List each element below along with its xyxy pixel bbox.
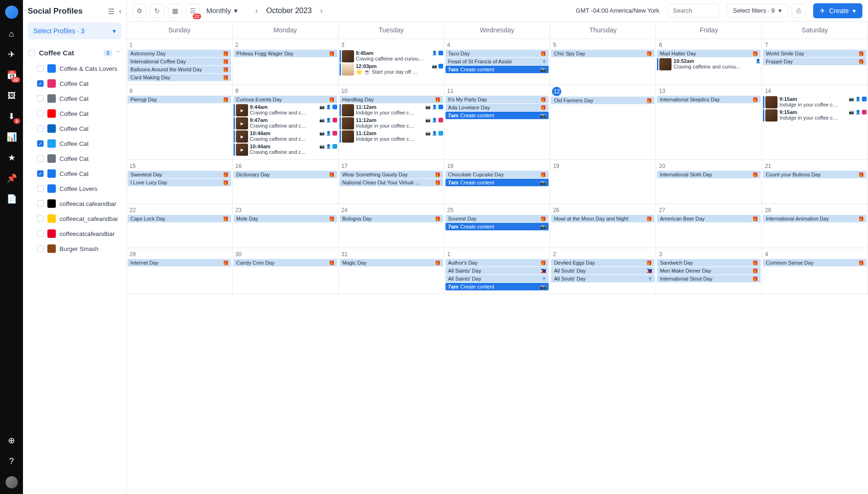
scheduled-post[interactable]: 9:15am📷👤Indulge in your coffee c… (763, 109, 867, 122)
holiday-pill[interactable]: Mole Day🎁 (234, 215, 337, 222)
calendar-cell[interactable]: 1Author's Day🎁All Saints' Day🇵🇭All Saint… (445, 248, 551, 294)
create-content-pill[interactable]: 7amCreate content📷 (445, 283, 549, 290)
inbox-icon[interactable]: ⬇1 (6, 111, 17, 122)
profile-row[interactable]: Coffee & Cats Lovers (28, 61, 121, 76)
holiday-pill[interactable]: International Skeptics Day🎁 (657, 96, 761, 103)
select-profiles-dropdown[interactable]: Select Profiles · 3 ▾ (28, 23, 121, 39)
help-icon[interactable]: ? (6, 456, 17, 467)
home-icon[interactable]: ⌂ (6, 28, 17, 39)
calendar-cell[interactable]: 18Chocolate Cupcake Day🎁7amCreate conten… (445, 160, 551, 204)
calendar-cell[interactable]: 13International Skeptics Day🎁 (656, 85, 762, 160)
refresh-icon[interactable]: ↻ (150, 4, 164, 18)
filter-icon[interactable]: ☰ (108, 7, 114, 16)
view-dropdown[interactable]: Monthly▾ (204, 7, 241, 15)
scheduled-post[interactable]: 11:12am📷👤Indulge in your coffee c… (340, 130, 443, 143)
profile-checkbox[interactable]: ✓ (37, 80, 44, 87)
holiday-pill[interactable]: Magic Day🎁 (340, 259, 443, 266)
calendar-icon[interactable]: 📅22 (6, 69, 17, 81)
search-input[interactable] (668, 4, 719, 17)
calendar-cell[interactable]: 26Howl at the Moon Day and Night🎁 (550, 204, 656, 248)
calendar-cell[interactable]: 149:15am📷👤Indulge in your coffee c…9:15a… (762, 85, 868, 160)
profile-row[interactable]: coffeecat_cafeandbar (28, 212, 121, 226)
calendar-cell[interactable]: 20International Sloth Day🎁 (656, 160, 762, 204)
profile-row[interactable]: coffeecatcafeandbar (28, 227, 121, 241)
profile-row[interactable]: Coffee Cat (28, 106, 121, 121)
create-button[interactable]: ✈Create▾ (813, 3, 862, 18)
send-icon[interactable]: ✈ (6, 49, 17, 60)
holiday-pill[interactable]: International Stout Day🎁 (657, 275, 761, 282)
holiday-pill[interactable]: Sourest Day🎁 (445, 215, 549, 222)
calendar-cell[interactable]: 24Bologna Day🎁 (339, 204, 445, 248)
calendar-cell[interactable]: 30Candy Corn Day🎁 (233, 248, 339, 294)
holiday-pill[interactable]: American Beer Day🎁 (657, 215, 761, 222)
calendar-cell[interactable]: 9Curious Events Day🎁9:44am📷👤Craving caff… (233, 85, 339, 160)
holiday-pill[interactable]: Handbag Day🎁 (340, 96, 443, 103)
user-avatar[interactable] (6, 476, 18, 488)
holiday-pill[interactable]: Chocolate Cupcake Day🎁 (445, 171, 549, 178)
scheduled-post[interactable]: 9:45am👤Craving caffeine and curiou… (340, 50, 443, 62)
profile-row[interactable]: Coffee Lovers (28, 182, 121, 196)
calendar-cell[interactable]: 11It's My Party Day🎁Ada Lovelace Day🎁7am… (445, 85, 551, 160)
profile-checkbox[interactable] (37, 95, 44, 102)
holiday-pill[interactable]: Balloons Around the World Day🎁 (128, 66, 231, 73)
profile-row[interactable]: Coffee Cat (28, 91, 121, 106)
calendar-cell[interactable]: 39:45am👤Craving caffeine and curiou…12:0… (339, 39, 445, 85)
holiday-pill[interactable]: International Sloth Day🎁 (657, 171, 761, 178)
profile-group[interactable]: Coffee Cat 3 ⌃ (28, 46, 121, 60)
holiday-pill[interactable]: It's My Party Day🎁 (445, 96, 549, 103)
calendar-cell[interactable]: 2Deviled Eggs Day🎁All Souls' Day🇵🇭All So… (550, 248, 656, 294)
profile-row[interactable]: Coffee Cat (28, 122, 121, 136)
media-icon[interactable]: 🖼 (6, 90, 17, 101)
calendar-cell[interactable]: 2Phileas Fogg Wager Day🎁 (233, 39, 339, 85)
profile-checkbox[interactable] (37, 200, 44, 207)
calendar-cell[interactable]: 5Chic Spy Day🎁 (550, 39, 656, 85)
holiday-pill[interactable]: All Souls' Day✝ (551, 275, 655, 282)
calendar-cell[interactable]: 27American Beer Day🎁 (656, 204, 762, 248)
holiday-pill[interactable]: Bologna Day🎁 (340, 215, 443, 222)
analytics-icon[interactable]: 📊 (6, 131, 17, 143)
holiday-pill[interactable]: Card Making Day🎁 (128, 74, 231, 81)
calendar-cell[interactable]: 23Mole Day🎁 (233, 204, 339, 248)
next-month-icon[interactable]: › (318, 5, 325, 17)
profile-checkbox[interactable]: ✓ (37, 170, 44, 177)
pin-icon[interactable]: 📌 (6, 173, 17, 184)
holiday-pill[interactable]: Curious Events Day🎁 (234, 96, 337, 103)
settings-icon[interactable]: ⚙ (132, 4, 146, 18)
holiday-pill[interactable]: International Animation Day🎁 (763, 215, 867, 222)
profile-checkbox[interactable] (37, 215, 44, 222)
holiday-pill[interactable]: All Saints' Day✝ (445, 275, 549, 282)
calendar-cell[interactable]: 1Astronomy Day🎁International Coffee Day🎁… (127, 39, 233, 85)
collapse-icon[interactable]: ‹ (119, 7, 121, 16)
prev-month-icon[interactable]: ‹ (254, 5, 260, 17)
calendar-cell[interactable]: 12Old Farmers Day🎁 (550, 85, 656, 160)
holiday-pill[interactable]: International Coffee Day🎁 (128, 58, 231, 65)
calendar-cell[interactable]: 31Magic Day🎁 (339, 248, 445, 294)
holiday-pill[interactable]: Ada Lovelace Day🎁 (445, 104, 549, 111)
create-content-pill[interactable]: 7amCreate content📷 (445, 179, 549, 186)
profile-row[interactable]: ✓Coffee Cat (28, 167, 121, 181)
profile-checkbox[interactable] (37, 185, 44, 192)
profile-checkbox[interactable] (37, 65, 44, 72)
holiday-pill[interactable]: Men Make Dinner Day🎁 (657, 267, 761, 274)
holiday-pill[interactable]: Author's Day🎁 (445, 259, 549, 266)
holiday-pill[interactable]: Sweetest Day🎁 (128, 171, 231, 178)
profile-row[interactable]: Burger Smash (28, 242, 121, 256)
holiday-pill[interactable]: Old Farmers Day🎁 (551, 97, 655, 104)
holiday-pill[interactable]: Deviled Eggs Day🎁 (551, 259, 655, 266)
create-content-pill[interactable]: 7amCreate content📷 (445, 66, 549, 73)
calendar-cell[interactable]: 29Internet Day🎁 (127, 248, 233, 294)
scheduled-post[interactable]: 9:47am📷👤Craving caffeine and c… (234, 117, 337, 129)
profile-checkbox[interactable] (37, 110, 44, 117)
holiday-pill[interactable]: Internet Day🎁 (128, 259, 231, 266)
holiday-pill[interactable]: National Clean Out Your Virtual …🎁 (340, 179, 443, 186)
calendar-cell[interactable]: 8Pierogi Day🎁 (127, 85, 233, 160)
holiday-pill[interactable]: Chic Spy Day🎁 (551, 50, 655, 57)
profile-row[interactable]: Coffee Cat (28, 152, 121, 166)
holiday-pill[interactable]: All Souls' Day🇵🇭 (551, 267, 655, 274)
holiday-pill[interactable]: Howl at the Moon Day and Night🎁 (551, 215, 655, 222)
calendar-cell[interactable]: 28International Animation Day🎁 (762, 204, 868, 248)
scheduled-post[interactable]: 10:44am📷👤Craving caffeine and c… (234, 144, 337, 156)
holiday-pill[interactable]: Mad Hatter Day🎁 (657, 50, 761, 57)
profile-checkbox[interactable]: ✓ (37, 140, 44, 147)
holiday-pill[interactable]: Dictionary Day🎁 (234, 171, 337, 178)
